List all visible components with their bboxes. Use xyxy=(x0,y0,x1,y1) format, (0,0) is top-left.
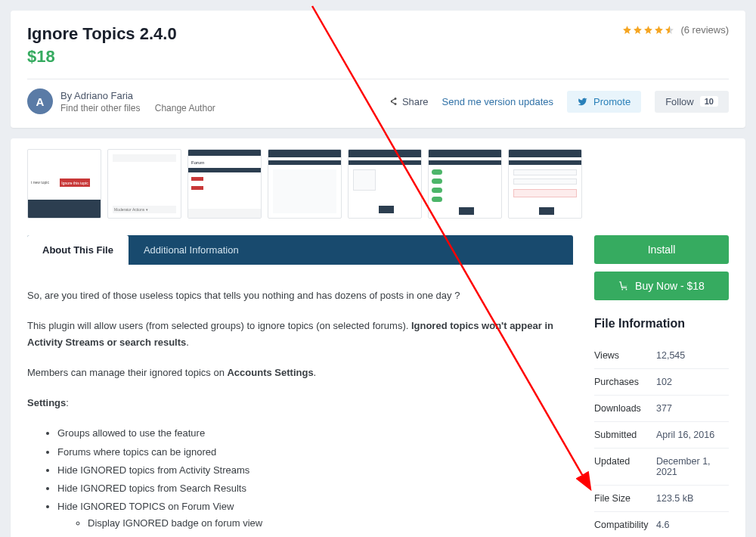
sidebar: Install Buy Now - $18 File Information V… xyxy=(594,235,729,537)
version-updates-link[interactable]: Send me version updates xyxy=(442,96,553,107)
share-button[interactable]: Share xyxy=(389,96,429,107)
list-item: Hide IGNORED topics from Activity Stream… xyxy=(57,462,573,479)
tabs-bar: About This File Additional Information xyxy=(27,235,573,265)
svg-point-0 xyxy=(621,289,623,290)
svg-point-1 xyxy=(626,289,627,290)
main-card: t new topic Ignore this topic Moderator … xyxy=(11,138,745,537)
info-row: File Size123.5 kB xyxy=(594,486,729,512)
list-item: Hide IGNORED TOPICS on Forum View Displa… xyxy=(57,498,573,532)
list-item: Groups allowed to use the feature xyxy=(57,425,573,442)
tab-about[interactable]: About This File xyxy=(27,235,129,265)
star-rating xyxy=(622,25,674,35)
follow-count: 10 xyxy=(700,96,718,107)
list-item: Display IGNORED badge on topic view xyxy=(57,533,573,537)
info-row: Downloads377 xyxy=(594,396,729,422)
desc-para: Members can manage their ignored topics … xyxy=(27,365,573,381)
author-block: A By Adriano Faria Find their other file… xyxy=(27,88,215,114)
find-other-files-link[interactable]: Find their other files xyxy=(60,103,140,113)
info-row: SubmittedApril 16, 2016 xyxy=(594,422,729,449)
tab-additional[interactable]: Additional Information xyxy=(129,235,254,265)
product-header: Ignore Topics 2.4.0 $18 (6 reviews) A B xyxy=(11,11,745,128)
info-row: Compatibility4.6 xyxy=(594,512,729,537)
reviews-count[interactable]: (6 reviews) xyxy=(680,24,729,36)
list-item: Hide IGNORED topics from Search Results xyxy=(57,480,573,497)
share-icon xyxy=(389,97,398,106)
product-title: Ignore Topics 2.4.0 xyxy=(27,24,177,44)
rating-box: (6 reviews) xyxy=(622,24,729,36)
author-byline[interactable]: By Adriano Faria xyxy=(60,90,215,101)
screenshot-thumb[interactable] xyxy=(348,149,422,219)
cart-icon xyxy=(618,281,629,291)
twitter-icon xyxy=(578,97,587,107)
header-actions: Share Send me version updates Promote Fo… xyxy=(389,91,729,113)
promote-button[interactable]: Promote xyxy=(567,91,641,113)
desc-para: So, are you tired of those useless topic… xyxy=(27,287,573,304)
info-row: Views12,545 xyxy=(594,343,729,369)
screenshot-thumb[interactable] xyxy=(508,149,582,219)
screenshot-thumb[interactable] xyxy=(268,149,342,219)
description-body: So, are you tired of those useless topic… xyxy=(27,265,573,537)
screenshot-thumb[interactable]: t new topic Ignore this topic xyxy=(27,149,101,219)
info-row: Purchases102 xyxy=(594,369,729,396)
settings-list: Groups allowed to use the feature Forums… xyxy=(27,425,573,537)
info-row: UpdatedDecember 1, 2021 xyxy=(594,449,729,486)
settings-heading: Settings: xyxy=(27,395,573,411)
buy-now-button[interactable]: Buy Now - $18 xyxy=(594,272,729,300)
screenshot-thumb[interactable] xyxy=(428,149,502,219)
install-button[interactable]: Install xyxy=(594,235,729,264)
follow-button[interactable]: Follow 10 xyxy=(655,91,729,113)
main-column: About This File Additional Information S… xyxy=(27,235,573,537)
product-price: $18 xyxy=(27,47,177,67)
list-item: Display IGNORED badge on forum view xyxy=(88,515,573,532)
author-avatar[interactable]: A xyxy=(27,88,53,114)
screenshot-thumb[interactable]: Moderator Actions ▾ xyxy=(107,149,181,219)
desc-para: This plugin will allow users (from selec… xyxy=(27,318,573,351)
change-author-link[interactable]: Change Author xyxy=(155,103,215,113)
screenshot-thumb[interactable]: Forum xyxy=(187,149,262,219)
file-info-list: Views12,545 Purchases102 Downloads377 Su… xyxy=(594,343,729,537)
list-item: Forums where topics can be ignored xyxy=(57,444,573,461)
file-info-heading: File Information xyxy=(594,317,729,331)
